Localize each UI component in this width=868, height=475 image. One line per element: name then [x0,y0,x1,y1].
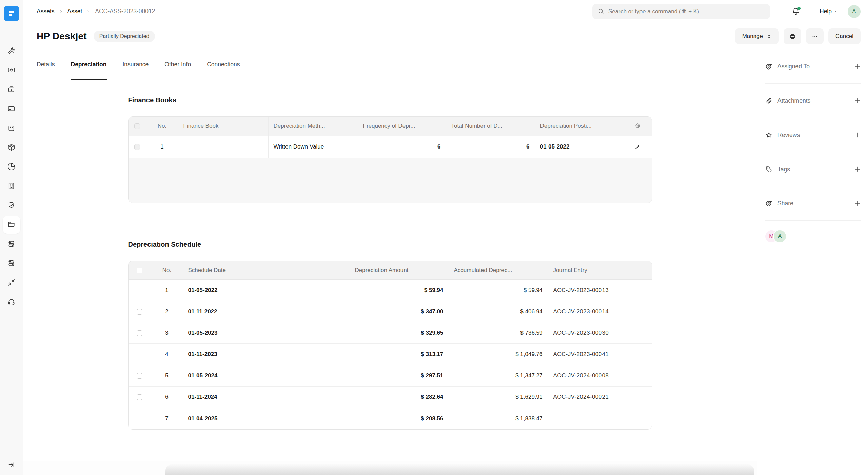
schedule-row-checkbox[interactable] [137,416,142,421]
journal-entry-link[interactable]: ACC-JV-2023-00014 [548,301,652,322]
cancel-button[interactable]: Cancel [828,28,861,44]
schedule-row-checkbox[interactable] [137,352,142,357]
add-share-button[interactable] [854,200,861,207]
add-attachments-button[interactable] [854,97,861,104]
star-icon [765,132,772,139]
left-icon-rail [0,0,23,475]
sidebar-section-reviews: Reviews [765,118,861,152]
gear-icon[interactable] [634,123,641,130]
schedule-date-cell: 01-11-2022 [183,301,350,322]
manage-button[interactable]: Manage [735,28,779,44]
folder-icon[interactable] [3,216,20,234]
building-icon[interactable] [3,176,20,196]
add-assigned-to-button[interactable] [854,63,861,70]
schedule-row: 601-11-2024$ 282.64$ 1,629.91ACC-JV-2024… [129,387,652,408]
schedule-date-cell: 01-04-2025 [183,408,350,429]
breadcrumb: AssetsAssetACC-ASS-2023-00012 [37,8,155,15]
schedule-row: 501-05-2024$ 297.51$ 1,347.27ACC-JV-2024… [129,365,652,387]
finance-column-header: No. [146,117,178,136]
toggles-2-icon[interactable] [3,254,20,273]
schedule-date-cell: 01-05-2024 [183,365,350,386]
pencil-icon[interactable] [634,144,641,150]
app-window: AssetsAssetACC-ASS-2023-00012 Search or … [0,0,868,475]
search-input[interactable]: Search or type a command (⌘ + K) [592,4,770,19]
breadcrumb-link[interactable]: Asset [67,8,82,15]
finance-row-checkbox-cell [129,136,146,158]
cash-box-icon[interactable] [3,80,20,99]
schedule-row-number: 1 [151,280,183,301]
notifications-button[interactable] [792,7,800,16]
headset-icon[interactable] [3,292,20,312]
main-column: AssetsAssetACC-ASS-2023-00012 Search or … [23,0,868,475]
cash-icon[interactable] [3,60,20,80]
frequency-cell: 6 [358,136,446,158]
finance-row-number: 1 [146,136,178,158]
tab-bar: DetailsDepreciationInsuranceOther InfoCo… [23,50,757,80]
add-reviews-button[interactable] [854,131,861,139]
journal-entry-link [548,408,652,429]
schedule-select-all-checkbox[interactable] [137,268,142,273]
center-content: DetailsDepreciationInsuranceOther InfoCo… [23,50,757,475]
tab-insurance[interactable]: Insurance [123,50,149,80]
schedule-column-header: Accumulated Deprec... [449,261,548,279]
breadcrumb-link[interactable]: Assets [37,8,55,15]
document-header: HP Deskjet Partially Depreciated Manage … [23,23,868,50]
card-icon[interactable] [3,99,20,118]
pie-chart-icon[interactable] [3,157,20,176]
journal-entry-link[interactable]: ACC-JV-2024-00008 [548,365,652,386]
tab-other-info[interactable]: Other Info [164,50,191,80]
schedule-row-checkbox[interactable] [137,373,142,379]
add-tags-button[interactable] [854,165,861,173]
more-options-button[interactable] [806,28,824,44]
topbar: AssetsAssetACC-ASS-2023-00012 Search or … [23,0,868,23]
journal-entry-link[interactable]: ACC-JV-2024-00021 [548,387,652,408]
accumulated-depreciation-cell: $ 59.94 [449,280,548,301]
right-sidebar-items: Assigned ToAttachmentsReviewsTagsShare [765,50,861,221]
tab-details[interactable]: Details [37,50,55,80]
erpnext-logo[interactable] [4,6,19,21]
tab-depreciation[interactable]: Depreciation [71,50,107,80]
depreciation-amount-cell: $ 59.94 [350,280,449,301]
finance-select-all-checkbox-cell [129,117,146,136]
finance-books-empty-area [129,158,652,203]
finance-row-checkbox[interactable] [134,144,140,150]
right-sidebar: Assigned ToAttachmentsReviewsTagsShare M… [757,50,868,475]
shopping-bag-icon[interactable] [3,118,20,138]
tab-connections[interactable]: Connections [207,50,240,80]
toggles-icon[interactable] [3,234,20,254]
package-icon[interactable] [3,138,20,157]
schedule-row-checkbox[interactable] [137,288,142,293]
schedule-row-checkbox[interactable] [137,330,142,336]
user-plus-icon [765,63,772,70]
schedule-date-cell: 01-05-2023 [183,322,350,343]
chevron-right-icon [86,9,91,14]
schedule-row: 401-11-2023$ 313.17$ 1,049.76ACC-JV-2023… [129,344,652,365]
schedule-row-checkbox[interactable] [137,309,142,315]
schedule-column-header: Schedule Date [183,261,350,279]
shield-check-icon[interactable] [3,196,20,215]
schedule-column-header: No. [151,261,183,279]
schedule-row-checkbox[interactable] [137,394,142,400]
journal-entry-link[interactable]: ACC-JV-2023-00013 [548,280,652,301]
finance-column-header: Finance Book [178,117,268,136]
help-menu[interactable]: Help [820,8,839,15]
header-actions: Manage Cancel [735,28,861,44]
journal-entry-link[interactable]: ACC-JV-2023-00030 [548,322,652,343]
user-avatar[interactable]: A [848,5,861,18]
total-depreciations-cell: 6 [446,136,535,158]
plug-icon[interactable] [3,273,20,292]
print-button[interactable] [784,28,801,44]
chevrons-up-down-icon [766,34,772,39]
expand-sidebar-button[interactable] [0,461,23,468]
finance-column-header: Frequency of Depr... [358,117,446,136]
finance-select-all-checkbox[interactable] [134,123,140,129]
tools-icon[interactable] [3,41,20,60]
schedule-row-checkbox-cell [129,387,151,408]
erpnext-logo-glyph [7,9,16,18]
cancel-button-label: Cancel [835,33,853,40]
journal-entry-link[interactable]: ACC-JV-2023-00041 [548,344,652,365]
depreciation-schedule-table: No.Schedule DateDepreciation AmountAccum… [128,261,652,430]
depreciation-amount-cell: $ 347.00 [350,301,449,322]
form-scroll-area[interactable]: Finance Books No.Finance BookDepreciatio… [23,80,757,461]
schedule-date-cell: 01-11-2024 [183,387,350,408]
